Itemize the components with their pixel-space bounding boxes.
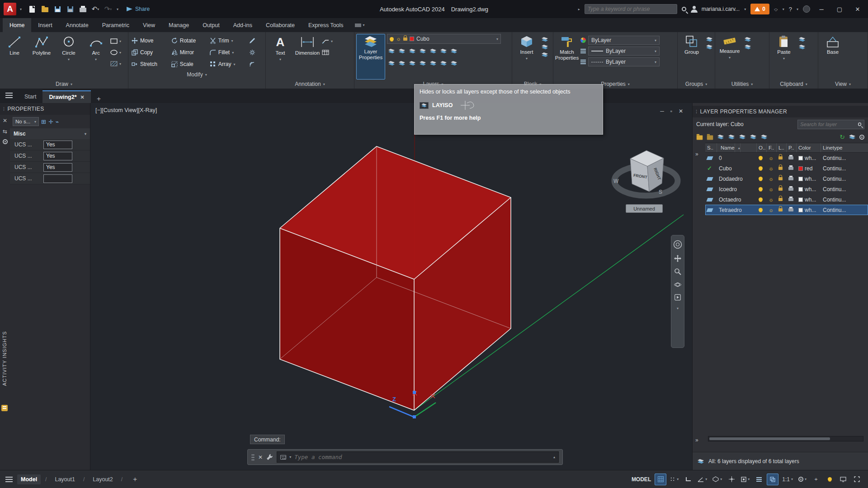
layer-freeze-icon[interactable]: ☼ (769, 187, 774, 192)
command-history-icon[interactable]: ▴ (553, 455, 555, 459)
hatch-button[interactable]: ▾ (110, 59, 121, 68)
object-snap-toggle[interactable]: ▾ (739, 474, 751, 485)
layer-properties-button[interactable]: Layer Properties (356, 34, 385, 80)
autocad-logo-icon[interactable]: A (4, 3, 16, 15)
layer-unlock-tool-icon[interactable] (398, 61, 406, 66)
layer-row-tetraedro[interactable]: Tetraedro ☼ wh... Continu... (705, 205, 868, 215)
layer-linetype[interactable]: Continu... (821, 176, 868, 182)
layer-row-dodaedro[interactable]: Dodaedro ☼ wh... Continu... (705, 174, 868, 184)
layer-linetype[interactable]: Continu... (821, 155, 868, 161)
layer-plot-icon[interactable] (788, 177, 793, 180)
panel-label-groups[interactable]: Groups▾ (678, 80, 715, 89)
compass-west-label[interactable]: W (613, 178, 619, 184)
command-input[interactable] (294, 454, 550, 460)
isodraft-toggle[interactable]: ▾ (711, 474, 724, 485)
properties-palette-header[interactable]: ⁞ PROPERTIES (0, 103, 90, 115)
maximize-button[interactable]: ▢ (833, 6, 846, 13)
view-cube[interactable]: W S FRONT RIGHT (613, 150, 678, 196)
property-row[interactable]: UCS ... (10, 173, 90, 184)
collapse-filter-tree-icon[interactable]: » (695, 151, 698, 157)
showmotion-icon[interactable] (675, 294, 681, 300)
red-cube[interactable] (280, 146, 511, 410)
polar-tracking-toggle[interactable]: ▾ (696, 474, 709, 485)
layer-linetype[interactable]: Continu... (821, 165, 868, 172)
layout-menu-icon[interactable] (5, 477, 13, 482)
grid-display-toggle[interactable] (655, 474, 666, 485)
grip-origin[interactable] (413, 415, 416, 418)
layer-lock-icon[interactable] (778, 167, 783, 170)
new-layer-icon[interactable] (717, 134, 724, 140)
measure-dropdown-icon[interactable]: ▾ (729, 56, 731, 60)
tab-manage[interactable]: Manage (162, 18, 196, 32)
offset-button[interactable] (246, 59, 265, 69)
alert-badge[interactable]: 0 (750, 4, 769, 14)
layer-freeze-icon[interactable]: ☼ (769, 197, 774, 202)
write-block-icon[interactable] (541, 44, 548, 50)
close-button[interactable]: ✕ (851, 6, 864, 13)
layer-linetype[interactable]: Continu... (821, 197, 868, 203)
annotation-scale-select[interactable]: 1:1▾ (780, 474, 795, 485)
section-collapse-icon[interactable]: ▾ (85, 132, 86, 136)
layer-linetype[interactable]: Continu... (821, 186, 868, 192)
layer-lock-icon[interactable] (778, 188, 783, 191)
quick-calc-icon[interactable] (744, 37, 751, 42)
activity-insights-icon[interactable] (1, 405, 8, 411)
navigation-bar[interactable]: ▾ (671, 235, 684, 348)
close-tab-icon[interactable]: ✕ (80, 94, 85, 100)
help-search-box[interactable] (585, 4, 677, 14)
layer-plot-icon[interactable] (788, 167, 793, 170)
user-dropdown-icon[interactable]: ▾ (744, 7, 746, 11)
delete-layer-icon[interactable] (739, 134, 746, 140)
navbar-more-icon[interactable]: ▾ (677, 306, 679, 310)
panel-label-modify[interactable]: Modify▾ (128, 70, 265, 79)
move-button[interactable]: Move (128, 36, 167, 46)
erase-button[interactable] (246, 36, 265, 46)
minimize-button[interactable]: ─ (815, 6, 828, 13)
layer-on-all-icon[interactable] (419, 61, 426, 66)
layer-search-icon[interactable] (858, 122, 861, 126)
layer-color-swatch[interactable] (798, 156, 803, 160)
property-row[interactable]: UCS ... Yes (10, 150, 90, 162)
help-icon[interactable]: ? (789, 6, 792, 13)
graphics-performance-button[interactable] (837, 474, 849, 485)
layer-plot-icon[interactable] (788, 156, 793, 160)
autodesk-app-icon[interactable]: ⌔ (774, 5, 778, 13)
new-drawing-icon[interactable]: ＋ (91, 94, 107, 103)
layer-row-cubo[interactable]: ✓ Cubo ☼ red Continu... (705, 163, 868, 174)
new-property-filter-icon[interactable] (697, 136, 703, 140)
property-value[interactable]: Yes (43, 152, 72, 160)
isolate-objects-button[interactable] (824, 474, 835, 485)
ribbon-display-toggle-icon[interactable]: ▾ (350, 18, 369, 32)
palette-settings-icon[interactable] (3, 139, 8, 144)
linetype-select[interactable]: ByLayer ▾ (588, 57, 660, 66)
panel-label-view[interactable]: View▾ (818, 80, 868, 89)
lineweight-toggle[interactable] (753, 474, 765, 485)
redo-icon[interactable]: ↷▾ (104, 5, 112, 13)
new-layout-icon[interactable]: ＋ (127, 475, 143, 483)
layer-combo[interactable]: ☼ Cubo ▾ (387, 34, 501, 44)
open-folder-icon[interactable] (41, 5, 49, 13)
lineweight-select[interactable]: ByLayer ▾ (588, 47, 660, 56)
group-button[interactable]: Group (679, 34, 704, 80)
selection-cycling-toggle[interactable] (767, 474, 778, 485)
lpm-settings-icon[interactable] (859, 135, 864, 140)
paste-button[interactable]: Paste ▾ (771, 34, 797, 80)
layer-color-swatch[interactable] (798, 166, 803, 171)
arc-button[interactable]: Arc ▾ (83, 34, 108, 80)
autohide-icon[interactable]: ⇆ (3, 128, 7, 135)
layer-freeze-icon[interactable]: ☼ (769, 166, 774, 171)
ungroup-icon[interactable] (706, 37, 713, 42)
tab-home[interactable]: Home (3, 18, 31, 32)
text-dropdown-icon[interactable]: ▾ (279, 57, 281, 61)
rectangle-button[interactable]: ▾ (110, 37, 121, 46)
paste-dropdown-icon[interactable]: ▾ (783, 56, 785, 61)
cut-icon[interactable] (798, 37, 806, 42)
panel-label-utilities[interactable]: Utilities▾ (715, 80, 769, 89)
command-drag-grip[interactable] (251, 454, 255, 461)
arc-dropdown-icon[interactable]: ▾ (95, 57, 97, 61)
save-as-icon[interactable] (66, 5, 74, 13)
layer-row-octaedro[interactable]: Octaedro ☼ wh... Continu... (705, 194, 868, 205)
stretch-button[interactable]: Stretch (128, 59, 167, 69)
activity-insights-tab[interactable]: ACTIVITY INSIGHTS (0, 315, 9, 401)
match-properties-button[interactable]: Match Properties (555, 34, 579, 80)
